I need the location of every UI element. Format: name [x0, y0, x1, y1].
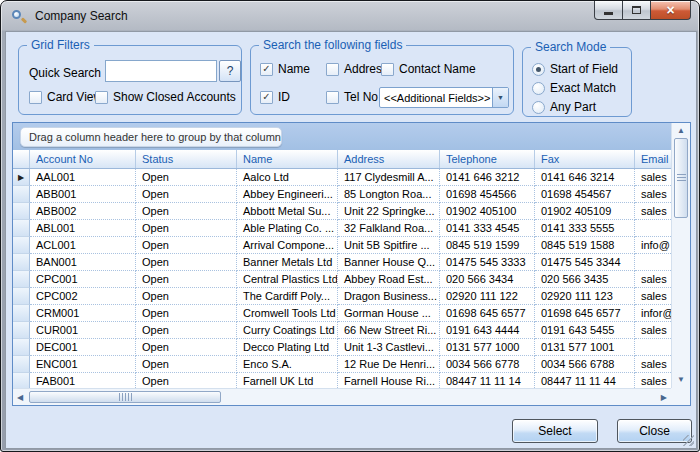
grid-cell[interactable]: Unit 1-3 Castlevi... [338, 339, 440, 356]
column-header-status[interactable]: Status [136, 150, 237, 168]
table-row[interactable]: DEC001OpenDecco Plating LtdUnit 1-3 Cast… [13, 339, 671, 356]
column-header-telephone[interactable]: Telephone [440, 150, 535, 168]
grid-cell[interactable]: Dragon Business... [338, 288, 440, 305]
radio-dot[interactable] [532, 63, 545, 76]
grid-cell[interactable]: sales [635, 203, 671, 220]
grid-cell[interactable]: BAN001 [30, 254, 136, 271]
table-row[interactable]: ABL001OpenAble Plating Co. ...32 Falklan… [13, 220, 671, 237]
grid-cell[interactable]: info@ [635, 237, 671, 254]
row-selector-cell[interactable] [13, 237, 30, 254]
grid-cell[interactable]: Banner Metals Ltd [237, 254, 338, 271]
checkbox-tel-no[interactable]: Tel No [326, 90, 378, 104]
table-row[interactable]: CRM001OpenCromwell Tools LtdGorman House… [13, 305, 671, 322]
grid-cell[interactable]: CRM001 [30, 305, 136, 322]
grid-cell[interactable]: 01698 454567 [535, 186, 635, 203]
grid-cell[interactable]: 0131 577 1001 [535, 339, 635, 356]
row-selector-cell[interactable] [13, 203, 30, 220]
row-selector-cell[interactable] [13, 373, 30, 388]
row-selector-cell[interactable] [13, 220, 30, 237]
radio-start-of-field[interactable]: Start of Field [532, 62, 618, 76]
grid-cell[interactable]: 01902 405109 [535, 203, 635, 220]
grid-cell[interactable]: Open [136, 169, 237, 186]
grid-cell[interactable]: Open [136, 339, 237, 356]
grid-cell[interactable]: Open [136, 237, 237, 254]
maximize-button[interactable] [623, 1, 650, 20]
grid-cell[interactable]: DEC001 [30, 339, 136, 356]
grid-cell[interactable]: 01475 545 3344 [535, 254, 635, 271]
radio-any-part[interactable]: Any Part [532, 100, 596, 114]
table-row[interactable]: ACL001OpenArrival Compone...Unit 5B Spit… [13, 237, 671, 254]
grid-cell[interactable]: Enco S.A. [237, 356, 338, 373]
grid-cell[interactable]: Open [136, 186, 237, 203]
grid-cell[interactable] [635, 254, 671, 271]
grid-cell[interactable]: Open [136, 356, 237, 373]
grid-cell[interactable]: Central Plastics Ltd [237, 271, 338, 288]
grid-cell[interactable]: 0141 333 4545 [440, 220, 535, 237]
grid-cell[interactable]: 0141 646 3212 [440, 169, 535, 186]
grid-cell[interactable]: Abbey Road Est... [338, 271, 440, 288]
grid-cell[interactable]: 85 Longton Roa... [338, 186, 440, 203]
table-row[interactable]: CPC002OpenThe Cardiff Poly...Dragon Busi… [13, 288, 671, 305]
grid-cell[interactable]: Gorman House ... [338, 305, 440, 322]
checkbox-card-view[interactable]: Card View [29, 90, 102, 104]
grid-cell[interactable]: Open [136, 254, 237, 271]
grid-cell[interactable]: 0034 566 6788 [535, 356, 635, 373]
grid-cell[interactable]: ABB002 [30, 203, 136, 220]
grid-cell[interactable]: Open [136, 288, 237, 305]
grid-cell[interactable]: 020 566 3435 [535, 271, 635, 288]
scroll-down-icon[interactable]: ▼ [672, 374, 690, 386]
checkbox-box[interactable]: ✓ [260, 91, 273, 104]
column-header-fax[interactable]: Fax [535, 150, 635, 168]
grid-cell[interactable]: sales [635, 322, 671, 339]
row-selector-cell[interactable] [13, 322, 30, 339]
grid-cell[interactable]: Unit 5B Spitfire ... [338, 237, 440, 254]
grid-cell[interactable]: 01698 645 6577 [440, 305, 535, 322]
column-header-email[interactable]: Email [635, 150, 671, 168]
checkbox-box[interactable] [95, 91, 108, 104]
grid-cell[interactable]: 01698 645 6577 [535, 305, 635, 322]
grid-cell[interactable]: 0141 646 3214 [535, 169, 635, 186]
grid-cell[interactable]: Open [136, 305, 237, 322]
checkbox-contact-name[interactable]: Contact Name [381, 62, 476, 76]
grid-cell[interactable]: ABB001 [30, 186, 136, 203]
checkbox-box[interactable]: ✓ [260, 63, 273, 76]
scroll-right-icon[interactable]: ▶ [661, 393, 667, 402]
table-row[interactable]: ▶AAL001OpenAalco Ltd117 Clydesmill A...0… [13, 169, 671, 186]
horizontal-scrollbar-thumb[interactable] [29, 391, 221, 403]
grid-cell[interactable]: Aalco Ltd [237, 169, 338, 186]
vertical-scrollbar-thumb[interactable] [674, 138, 688, 218]
row-selector-cell[interactable] [13, 305, 30, 322]
table-row[interactable]: ENC001OpenEnco S.A.12 Rue De Henri...003… [13, 356, 671, 373]
grid-cell[interactable]: sales [635, 186, 671, 203]
grid-cell[interactable]: Banner House Q... [338, 254, 440, 271]
grid-cell[interactable] [635, 339, 671, 356]
select-button[interactable]: Select [512, 419, 598, 443]
row-selector-cell[interactable] [13, 186, 30, 203]
grid-cell[interactable]: Farnell House Ri... [338, 373, 440, 388]
row-selector-cell[interactable] [13, 339, 30, 356]
checkbox-box[interactable] [29, 91, 42, 104]
grid-cell[interactable]: ACL001 [30, 237, 136, 254]
quick-search-input[interactable] [105, 60, 217, 82]
grid-cell[interactable]: 0131 577 1000 [440, 339, 535, 356]
grid-cell[interactable]: Abbott Metal Su... [237, 203, 338, 220]
grid-cell[interactable]: Decco Plating Ltd [237, 339, 338, 356]
grid-cell[interactable]: 12 Rue De Henri... [338, 356, 440, 373]
column-header-account-no[interactable]: Account No [30, 150, 136, 168]
minimize-button[interactable] [594, 1, 623, 20]
grid-cell[interactable]: infor@ [635, 305, 671, 322]
grid-cell[interactable]: 117 Clydesmill A... [338, 169, 440, 186]
grid-cell[interactable]: 0845 519 1588 [535, 237, 635, 254]
grid-cell[interactable]: Cromwell Tools Ltd [237, 305, 338, 322]
grid-cell[interactable]: sales [635, 356, 671, 373]
radio-exact-match[interactable]: Exact Match [532, 81, 616, 95]
grid-cell[interactable]: AAL001 [30, 169, 136, 186]
grid-cell[interactable]: 0845 519 1599 [440, 237, 535, 254]
grid-cell[interactable]: 0191 643 5455 [535, 322, 635, 339]
scroll-up-icon[interactable]: ▲ [672, 125, 690, 137]
grid-cell[interactable]: Farnell UK Ltd [237, 373, 338, 388]
grid-cell[interactable]: 020 566 3434 [440, 271, 535, 288]
grid-cell[interactable]: Arrival Compone... [237, 237, 338, 254]
vertical-scrollbar[interactable]: ▲ ▼ [671, 123, 690, 388]
grid-cell[interactable]: 01475 545 3333 [440, 254, 535, 271]
